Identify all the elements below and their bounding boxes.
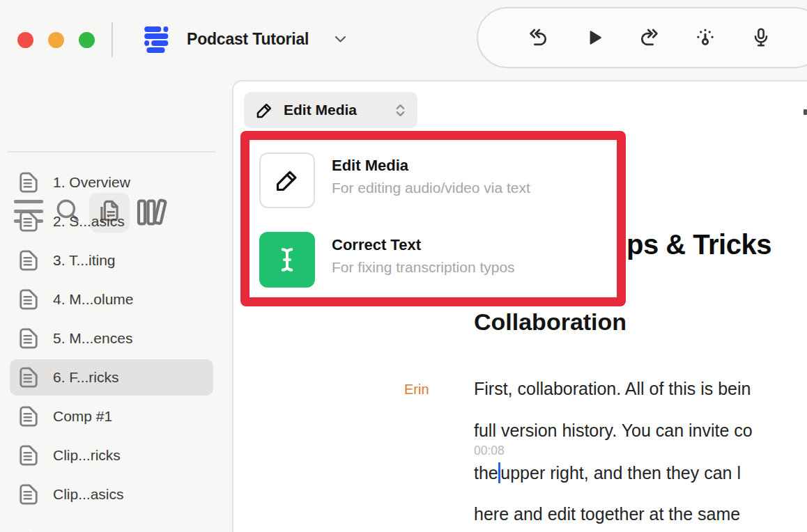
sidebar-item-editing[interactable]: 3. T...iting	[0, 241, 232, 280]
text-cursor-icon	[272, 245, 302, 274]
transcript-line[interactable]: here and edit together at the same	[474, 504, 740, 524]
skip-forward-button[interactable]	[638, 26, 661, 49]
document-icon	[18, 483, 39, 506]
sidebar-item-label: 5. M...ences	[53, 330, 132, 347]
ai-assistant-icon	[695, 27, 716, 48]
sidebar-toolbar	[0, 96, 232, 139]
sidebar-item-comp-1[interactable]: Comp #1	[0, 397, 232, 436]
skip-back-button[interactable]	[527, 26, 549, 49]
sidebar-item-label: Comp #1	[53, 408, 112, 425]
document-icon	[18, 327, 39, 350]
document-icon	[18, 405, 39, 428]
document-icon	[18, 210, 39, 233]
chevron-up-down-icon	[394, 103, 406, 118]
edit-mode-label: Edit Media	[284, 102, 394, 118]
sidebar-item-clip-basics[interactable]: Clip...asics	[0, 475, 232, 514]
pencil-icon	[274, 167, 300, 194]
skip-back-icon	[528, 27, 548, 48]
transcript-line[interactable]: First, collaboration. All of this is bei…	[474, 379, 751, 399]
correct-text-icon-tile	[259, 232, 315, 288]
document-icon	[18, 366, 39, 389]
project-title[interactable]: Podcast Tutorial	[187, 30, 309, 49]
descript-logo-icon	[141, 25, 171, 54]
descript-window: Podcast Tutorial	[0, 0, 807, 532]
sidebar-item-label: 1. Overview	[53, 174, 130, 191]
composition-list: 1. Overview 2. S...asics 3. T...iting 4.…	[0, 163, 232, 514]
dropdown-item-title: Correct Text	[332, 236, 515, 254]
annotation-rectangle: Edit Media For editing audio/video via t…	[240, 131, 626, 306]
sidebar-item-label: 2. S...asics	[53, 213, 125, 230]
document-icon	[18, 444, 39, 467]
text-after-cursor: upper right, and then they can l	[500, 463, 741, 483]
sidebar-item-sequences[interactable]: 5. M...ences	[0, 319, 232, 358]
edit-mode-selector-button[interactable]: Edit Media	[244, 92, 417, 128]
sidebar-item-label: 3. T...iting	[53, 252, 116, 269]
dropdown-item-title: Edit Media	[332, 157, 530, 175]
text-before-cursor: the	[474, 463, 498, 483]
document-heading-fragment: ps & Tricks	[627, 229, 771, 260]
sidebar-item-overview[interactable]: 1. Overview	[0, 163, 232, 202]
dropdown-item-subtitle: For fixing transcription typos	[332, 259, 515, 276]
transcript-line[interactable]: full version history. You can invite co	[474, 421, 753, 441]
close-window-button[interactable]	[17, 32, 33, 48]
chevron-down-icon[interactable]	[335, 36, 346, 43]
sidebar-item-label: Clip...asics	[53, 486, 124, 503]
add-new-button[interactable]: Add new	[0, 519, 232, 532]
sidebar-item-label: 4. M...olume	[53, 291, 134, 308]
dropdown-item-edit-media[interactable]: Edit Media For editing audio/video via t…	[259, 152, 607, 208]
skip-forward-icon	[639, 27, 660, 48]
transport-bar	[477, 7, 807, 68]
ai-assistant-button[interactable]	[694, 26, 716, 49]
clipped-toolbar-icon	[804, 109, 807, 115]
header-divider	[112, 22, 113, 57]
sidebar-item-basics[interactable]: 2. S...asics	[0, 202, 232, 241]
sidebar-item-label: Clip...ricks	[53, 447, 121, 464]
sidebar-item-clip-tricks[interactable]: Clip...ricks	[0, 436, 232, 475]
record-button[interactable]	[750, 26, 772, 49]
edit-media-icon-tile	[259, 152, 315, 208]
play-button[interactable]	[583, 26, 605, 49]
transcript-line-with-cursor[interactable]: theupper right, and then they can l	[474, 462, 741, 483]
microphone-icon	[751, 27, 771, 48]
dropdown-item-correct-text[interactable]: Correct Text For fixing transcription ty…	[259, 232, 607, 288]
document-icon	[18, 288, 39, 311]
speaker-label[interactable]: Erin	[404, 382, 429, 398]
sidebar-divider	[7, 151, 216, 152]
pencil-icon	[255, 101, 274, 120]
cursor-timestamp: 00:08	[474, 444, 505, 458]
minimize-window-button[interactable]	[48, 32, 64, 48]
sidebar-item-tips-tricks-selected[interactable]: 6. F...ricks	[0, 358, 232, 397]
sidebar-item-volume[interactable]: 4. M...olume	[0, 280, 232, 319]
sidebar-item-label: 6. F...ricks	[53, 369, 119, 386]
section-heading: Collaboration	[474, 308, 627, 336]
document-icon	[18, 171, 39, 194]
zoom-window-button[interactable]	[79, 32, 95, 48]
document-icon	[18, 249, 39, 272]
dropdown-item-subtitle: For editing audio/video via text	[332, 180, 530, 196]
play-icon	[584, 28, 604, 47]
